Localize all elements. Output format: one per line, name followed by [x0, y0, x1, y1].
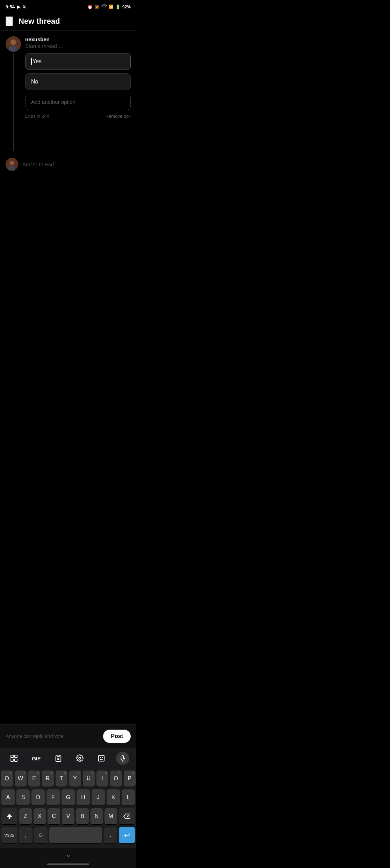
poll-option-1[interactable]: Yes	[25, 53, 131, 70]
left-col	[6, 36, 21, 151]
status-right: ⏰ 🔕 📶 🔋 92%	[87, 3, 131, 10]
poll-meta: Ends in 24h Remove poll	[25, 114, 131, 119]
signal-icon: 📶	[109, 5, 114, 9]
svg-point-1	[10, 39, 16, 45]
add-to-thread-row: Add to thread	[6, 155, 131, 173]
battery-percent: 92%	[122, 5, 131, 9]
secondary-avatar	[6, 158, 18, 171]
svg-point-5	[10, 161, 14, 165]
wifi-icon	[101, 3, 107, 10]
username: nexusben	[25, 36, 131, 42]
status-left: 9:54 ▶ 𝕏	[6, 4, 26, 9]
add-option-label: Add another option	[31, 99, 75, 105]
thread-placeholder[interactable]: Start a thread…	[25, 43, 131, 49]
status-bar: 9:54 ▶ 𝕏 ⏰ 🔕 📶 🔋 92%	[0, 0, 136, 12]
poll-option-1-text: Yes	[32, 58, 42, 65]
thread-line	[13, 53, 14, 151]
content-col: nexusben Start a thread… Yes No Add anot…	[25, 36, 131, 119]
avatar	[6, 36, 21, 52]
page-title: New thread	[19, 17, 60, 26]
svg-rect-3	[9, 46, 17, 52]
close-button[interactable]: ✕	[6, 16, 13, 26]
thread-area: nexusben Start a thread… Yes No Add anot…	[0, 31, 136, 179]
time: 9:54	[6, 4, 15, 9]
alarm-icon: ⏰	[87, 5, 93, 9]
svg-rect-7	[8, 166, 15, 171]
mute-icon: 🔕	[94, 5, 100, 9]
header: ✕ New thread	[0, 12, 136, 31]
add-to-thread-label[interactable]: Add to thread	[22, 161, 54, 167]
remove-poll-button[interactable]: Remove poll	[106, 114, 131, 119]
location-icon: ▶	[17, 4, 20, 9]
cursor	[31, 58, 32, 65]
ends-in[interactable]: Ends in 24h	[25, 114, 49, 119]
battery-icon: 🔋	[115, 5, 121, 9]
user-row: nexusben Start a thread… Yes No Add anot…	[6, 36, 131, 151]
poll-option-2[interactable]: No	[25, 73, 131, 90]
avatar-image	[6, 36, 21, 52]
poll-option-2-text: No	[31, 79, 38, 85]
x-logo: 𝕏	[22, 4, 26, 9]
add-another-option-button[interactable]: Add another option	[25, 94, 131, 110]
